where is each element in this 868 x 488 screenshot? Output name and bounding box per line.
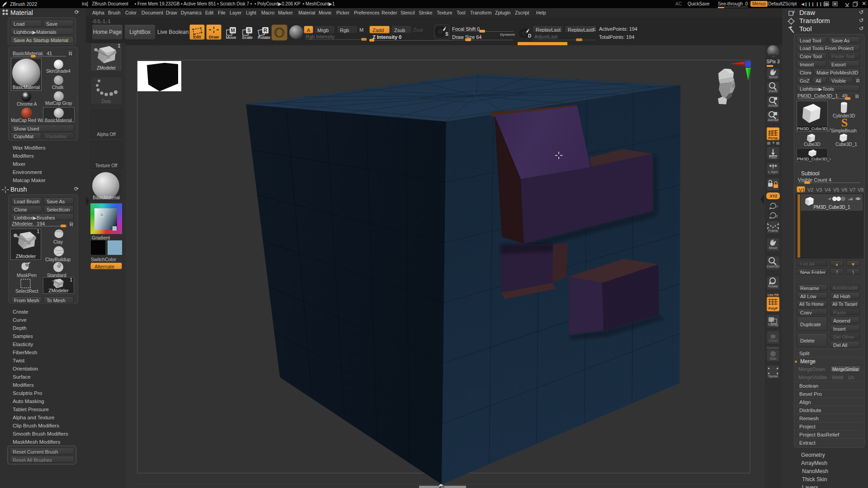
svg-text:M: M: [231, 28, 235, 33]
svg-text:Xpose: Xpose: [768, 374, 778, 378]
svg-text:D: D: [528, 33, 531, 38]
svg-text:Z: Z: [776, 214, 778, 218]
svg-text:Zoom3D: Zoom3D: [767, 264, 780, 268]
svg-text:S: S: [841, 116, 848, 129]
svg-text:XYZ: XYZ: [770, 194, 778, 198]
svg-text:Solo: Solo: [769, 357, 776, 361]
svg-text:Dynamic: Dynamic: [767, 127, 779, 131]
svg-text:Rotate: Rotate: [258, 35, 270, 40]
svg-text:Floor: Floor: [769, 155, 777, 160]
svg-text:BPR: BPR: [769, 53, 777, 57]
svg-text:Scroll: Scroll: [769, 75, 778, 79]
svg-text:Draw: Draw: [209, 35, 219, 39]
svg-text:Ghost: Ghost: [769, 338, 778, 343]
svg-text:L.Sym: L.Sym: [768, 170, 778, 174]
svg-text:Move: Move: [769, 246, 777, 250]
svg-text:R: R: [264, 28, 267, 33]
svg-text:Dynamic: Dynamic: [767, 346, 779, 350]
svg-text:Line Fill: Line Fill: [768, 293, 779, 296]
svg-text:SPix 3: SPix 3: [767, 59, 780, 64]
svg-text:S: S: [247, 28, 250, 33]
svg-text:Scale: Scale: [242, 35, 253, 40]
svg-text:Y: Y: [776, 205, 778, 209]
svg-text:Rotate: Rotate: [768, 284, 778, 288]
svg-text:S: S: [445, 32, 448, 37]
svg-text:Transp: Transp: [768, 323, 778, 327]
svg-text:Persp: Persp: [769, 136, 778, 140]
svg-text:Actual: Actual: [769, 103, 778, 108]
svg-text:Zoom: Zoom: [769, 89, 777, 93]
svg-text:AAHalf: AAHalf: [768, 118, 778, 122]
svg-text:Move: Move: [226, 35, 236, 40]
svg-text:Frame: Frame: [768, 229, 778, 233]
svg-text:PolyF: PolyF: [769, 306, 778, 310]
svg-text:Edit: Edit: [193, 35, 201, 39]
